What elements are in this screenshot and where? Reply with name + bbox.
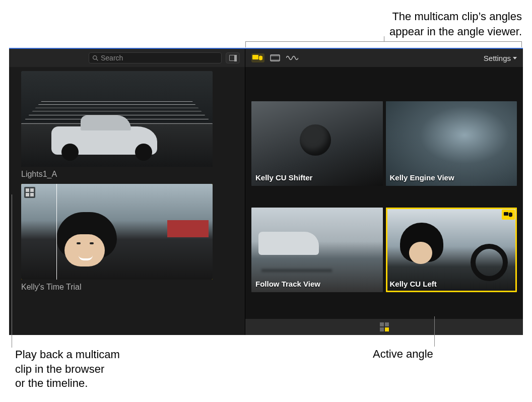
browser-panel: Search Lights1_A (9, 49, 245, 335)
svg-point-0 (93, 55, 97, 59)
angle-grid: Kelly CU Shifter Kelly Engine View Follo… (245, 67, 523, 319)
callout-bl-line1: Play back a multicam (15, 348, 146, 362)
clip-label: Lights1_A (21, 170, 233, 179)
svg-rect-5 (271, 59, 280, 61)
callout-top-stem (384, 36, 384, 41)
callout-bottom-right: Active angle (373, 348, 433, 361)
search-icon (92, 55, 99, 61)
viewer-footer (245, 319, 523, 335)
clip-thumbnail[interactable] (21, 71, 213, 167)
clip-item[interactable]: Kelly's Time Trial (21, 184, 233, 292)
search-input[interactable]: Search (89, 52, 222, 63)
callout-top: The multicam clip’s angles appear in the… (210, 9, 522, 39)
clip-render-car (21, 71, 213, 167)
panel-layout-icon (229, 55, 236, 61)
video-audio-switch-button[interactable] (251, 53, 264, 62)
video-only-icon (270, 54, 280, 61)
video-audio-icon (252, 54, 263, 61)
angle-tile[interactable]: Kelly Engine View (386, 101, 517, 186)
browser-body: Lights1_A (9, 67, 245, 335)
clip-label: Kelly's Time Trial (21, 283, 233, 292)
clip-item[interactable]: Lights1_A (21, 71, 233, 179)
settings-label: Settings (484, 54, 511, 62)
callout-leader-line (12, 194, 12, 348)
angle-tile[interactable]: Follow Track View (251, 208, 383, 292)
angle-label: Follow Track View (255, 280, 320, 288)
audio-only-switch-button[interactable] (286, 53, 299, 62)
angle-label: Kelly Engine View (390, 173, 454, 182)
svg-line-1 (96, 59, 98, 60)
search-placeholder: Search (101, 54, 123, 62)
angle-tile[interactable]: Kelly CU Shifter (251, 101, 383, 186)
svg-rect-6 (504, 212, 508, 216)
angle-label: Kelly CU Left (390, 280, 437, 288)
active-angle-badge (502, 210, 515, 220)
switch-mode-group (251, 53, 299, 62)
callout-top-line2: appear in the angle viewer. (210, 24, 522, 39)
clip-thumbnail-selected[interactable] (21, 184, 213, 280)
multicam-icon (24, 187, 35, 198)
video-only-switch-button[interactable] (269, 53, 282, 62)
settings-dropdown[interactable]: Settings (484, 54, 517, 62)
app-window: Search Lights1_A (9, 48, 523, 335)
playhead-indicator[interactable] (56, 184, 57, 280)
svg-rect-2 (252, 55, 258, 59)
callout-leader-line (434, 316, 435, 347)
angle-viewer: Settings Kelly CU Shifter Kelly Engine V… (245, 49, 523, 335)
callout-bl-line2: clip in the browser (15, 362, 146, 377)
video-audio-icon (504, 212, 513, 218)
callout-top-line1: The multicam clip’s angles (210, 9, 522, 24)
browser-toolbar: Search (9, 49, 245, 67)
callout-bottom-left: Play back a multicam clip in the browser… (15, 348, 146, 391)
chevron-down-icon (513, 57, 517, 59)
callout-bl-line3: or the timeline. (15, 376, 146, 391)
layout-toggle-button[interactable] (226, 52, 240, 63)
angle-layout-picker[interactable] (380, 322, 389, 331)
clip-render-driver (21, 184, 213, 280)
angle-label: Kelly CU Shifter (255, 173, 312, 182)
audio-only-icon (286, 54, 298, 61)
angle-tile-active[interactable]: Kelly CU Left (386, 208, 517, 292)
svg-rect-4 (271, 55, 280, 56)
callout-top-bracket (245, 41, 522, 47)
viewer-toolbar: Settings (245, 49, 523, 67)
